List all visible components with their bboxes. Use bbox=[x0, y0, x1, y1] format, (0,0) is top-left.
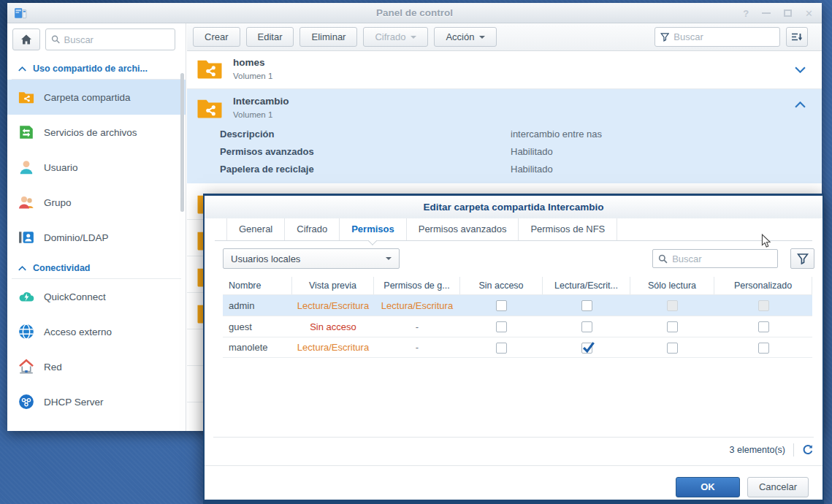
chevron-down-icon[interactable] bbox=[795, 66, 806, 73]
table-row-manolete[interactable]: manolete Lectura/Escritura - bbox=[223, 337, 812, 358]
file-services-icon bbox=[18, 124, 34, 140]
chevron-down-icon bbox=[479, 36, 485, 39]
column-header[interactable]: Personalizado bbox=[714, 277, 812, 294]
preview-permission: Lectura/Escritura bbox=[292, 342, 374, 353]
tab-cifrado[interactable]: Cifrado bbox=[285, 218, 340, 240]
chevron-up-icon[interactable] bbox=[795, 102, 806, 108]
filter-icon bbox=[660, 31, 669, 42]
dialog-button-bar: OK Cancelar bbox=[205, 465, 823, 500]
user-icon bbox=[18, 159, 34, 175]
detail-value: Habilitado bbox=[511, 164, 553, 175]
detail-label: Papelera de reciclaje bbox=[220, 164, 476, 175]
column-header[interactable]: Nombre bbox=[223, 277, 292, 294]
preview-permission: Sin acceso bbox=[292, 321, 374, 332]
dialog-title[interactable]: Editar carpeta compartida Intercambio bbox=[205, 196, 823, 218]
refresh-icon[interactable] bbox=[802, 444, 814, 456]
sidebar-item-domain-ldap[interactable]: Dominio/LDAP bbox=[7, 220, 186, 255]
titlebar: Panel de control ? ✕ bbox=[7, 3, 822, 23]
detail-value: Habilitado bbox=[511, 146, 553, 157]
checkbox-read-write[interactable] bbox=[581, 300, 592, 311]
group-permission: Lectura/Escritura bbox=[374, 300, 460, 311]
folder-volume: Volumen 1 bbox=[233, 110, 272, 119]
sidebar-item-user[interactable]: Usuario bbox=[7, 150, 186, 185]
window-title: Panel de control bbox=[7, 3, 822, 23]
checkbox-read-only[interactable] bbox=[667, 343, 678, 354]
folder-name: homes bbox=[233, 57, 265, 68]
column-header[interactable]: Sin acceso bbox=[460, 277, 543, 294]
edit-button[interactable]: Editar bbox=[246, 27, 294, 47]
folder-row-homes[interactable]: homes Volumen 1 bbox=[187, 51, 822, 89]
item-count: 3 elemento(s) bbox=[730, 445, 785, 455]
sidebar-section-file-sharing[interactable]: Uso compartido de archi... bbox=[12, 56, 181, 80]
checkbox-no-access[interactable] bbox=[496, 300, 507, 311]
folder-name: Intercambio bbox=[233, 96, 289, 107]
help-icon[interactable]: ? bbox=[743, 8, 749, 19]
shared-folder-icon bbox=[196, 97, 223, 119]
table-row-admin[interactable]: admin Lectura/Escritura Lectura/Escritur… bbox=[223, 294, 812, 316]
tab-permisos-nfs[interactable]: Permisos de NFS bbox=[519, 218, 617, 240]
search-icon bbox=[51, 34, 60, 45]
dialog-tabs: General Cifrado Permisos Permisos avanza… bbox=[215, 218, 812, 241]
create-button[interactable]: Crear bbox=[193, 27, 240, 47]
user-name: guest bbox=[223, 321, 292, 332]
dialog-filter-button[interactable] bbox=[790, 248, 814, 269]
group-icon bbox=[18, 194, 34, 210]
sidebar-item-file-services[interactable]: Servicios de archivos bbox=[7, 115, 186, 150]
close-icon[interactable]: ✕ bbox=[805, 8, 813, 19]
tab-permisos[interactable]: Permisos bbox=[340, 218, 407, 240]
group-permission: - bbox=[374, 321, 460, 332]
sidebar: Uso compartido de archi... Carpeta compa… bbox=[7, 23, 186, 431]
checkbox-read-only[interactable] bbox=[667, 321, 678, 332]
sidebar-item-shared-folder[interactable]: Carpeta compartida bbox=[7, 80, 186, 115]
ok-button[interactable]: OK bbox=[676, 477, 740, 497]
cancel-button[interactable]: Cancelar bbox=[747, 477, 809, 497]
dialog-search[interactable] bbox=[652, 249, 778, 268]
filter-icon bbox=[797, 253, 809, 264]
sort-list-button[interactable] bbox=[786, 27, 808, 47]
checkbox-custom[interactable] bbox=[758, 343, 769, 354]
chevron-up-icon bbox=[18, 66, 26, 72]
shared-folder-icon bbox=[196, 58, 223, 80]
maximize-icon[interactable] bbox=[784, 9, 792, 17]
toolbar-search-input[interactable] bbox=[673, 31, 774, 42]
dhcp-server-icon bbox=[18, 394, 34, 410]
tab-general[interactable]: General bbox=[226, 218, 285, 240]
checkbox-read-write[interactable] bbox=[581, 321, 592, 332]
checkbox-no-access[interactable] bbox=[496, 343, 507, 354]
detail-label: Permisos avanzados bbox=[220, 146, 476, 157]
checkbox-custom bbox=[758, 300, 769, 311]
sidebar-item-group[interactable]: Grupo bbox=[7, 185, 186, 220]
action-dropdown-button[interactable]: Acción bbox=[434, 27, 497, 47]
sidebar-section-connectivity[interactable]: Conectividad bbox=[12, 255, 181, 279]
folder-volume: Volumen 1 bbox=[233, 72, 272, 80]
column-header[interactable]: Permisos de g... bbox=[374, 277, 460, 294]
user-name: admin bbox=[223, 300, 292, 311]
user-scope-select[interactable]: Usuarios locales bbox=[223, 248, 400, 269]
checkbox-custom[interactable] bbox=[758, 321, 769, 332]
tab-permisos-avanzados[interactable]: Permisos avanzados bbox=[407, 218, 519, 240]
delete-button[interactable]: Eliminar bbox=[299, 27, 357, 47]
search-icon bbox=[658, 253, 668, 264]
sidebar-item-external-access[interactable]: Acceso externo bbox=[7, 314, 186, 349]
dialog-search-input[interactable] bbox=[672, 253, 772, 264]
permissions-table: Nombre Vista previa Permisos de g... Sin… bbox=[223, 276, 812, 358]
folder-row-intercambio[interactable]: Intercambio Volumen 1 Descripción interc… bbox=[187, 89, 822, 183]
home-button[interactable] bbox=[12, 28, 40, 50]
sidebar-search[interactable] bbox=[45, 28, 175, 50]
checkbox-read-write[interactable] bbox=[581, 343, 592, 354]
checkbox-no-access[interactable] bbox=[496, 321, 507, 332]
user-name: manolete bbox=[223, 342, 292, 353]
sidebar-item-network[interactable]: Red bbox=[7, 349, 186, 384]
group-permission: - bbox=[374, 342, 460, 353]
column-header[interactable]: Vista previa bbox=[292, 277, 374, 294]
column-header[interactable]: Sólo lectura bbox=[630, 277, 714, 294]
detail-label: Descripción bbox=[220, 129, 476, 140]
toolbar-filter-search[interactable] bbox=[654, 27, 780, 47]
table-row-guest[interactable]: guest Sin acceso - bbox=[223, 316, 812, 337]
sidebar-scrollbar[interactable] bbox=[180, 73, 184, 212]
column-header[interactable]: Lectura/Escrit... bbox=[543, 277, 630, 294]
minimize-icon[interactable] bbox=[762, 12, 771, 14]
sidebar-item-quickconnect[interactable]: QuickConnect bbox=[7, 279, 186, 314]
sidebar-item-dhcp-server[interactable]: DHCP Server bbox=[7, 384, 186, 419]
sidebar-search-input[interactable] bbox=[64, 34, 169, 45]
